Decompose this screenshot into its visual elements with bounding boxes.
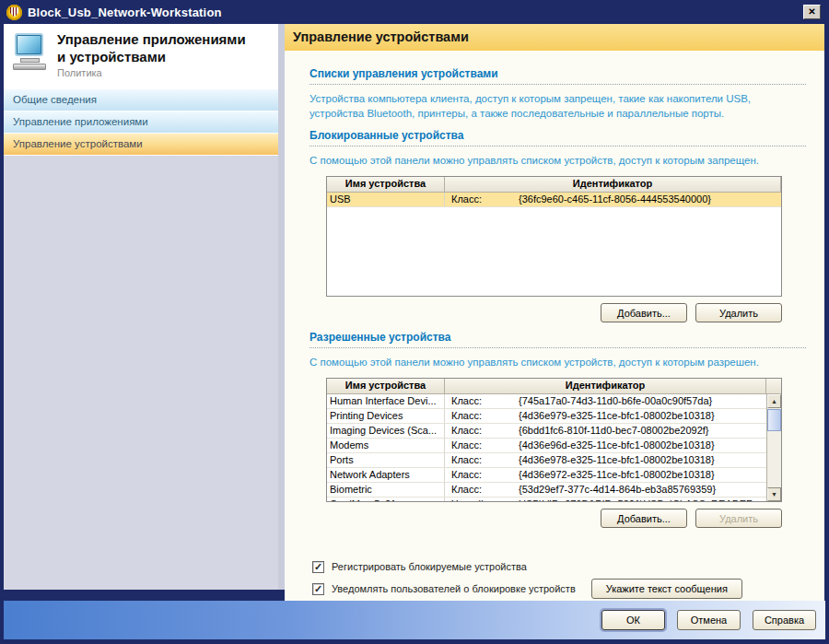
help-button[interactable]: Справка <box>753 610 816 630</box>
column-header-id[interactable]: Идентификатор <box>445 177 781 193</box>
table-body: Human Interface Devi... Класс: {745a17a0… <box>327 394 766 501</box>
dotted-divider <box>309 344 806 348</box>
sidebar: Управление приложениями и устройствами П… <box>4 24 278 590</box>
sidebar-nav-item-label: Управление приложениями <box>13 116 148 127</box>
sidebar-subtitle: Политика <box>57 67 246 78</box>
table-row[interactable]: USB Класс: {36fc9e60-c465-11cf-8056-4445… <box>327 193 781 207</box>
device-name-cell: Ports <box>327 453 445 467</box>
ok-button[interactable]: ОК <box>601 610 665 630</box>
sidebar-title: Управление приложениями и устройствами <box>57 30 246 65</box>
table-row[interactable]: Modems Класс: {4d36e96d-e325-11ce-bfc1-0… <box>327 439 766 453</box>
sidebar-nav-item[interactable]: Управление устройствами <box>4 134 278 156</box>
window-title: Block_Usb_Network-Workstation <box>28 6 222 19</box>
device-name-cell: USB <box>327 193 445 206</box>
id-type-cell: Класс: <box>445 424 519 438</box>
page-title: Управление устройствами <box>285 24 824 51</box>
column-header-name[interactable]: Имя устройства <box>327 177 445 193</box>
column-header-spacer <box>766 379 781 394</box>
log-blocked-checkbox[interactable]: ✓ <box>312 561 324 573</box>
titlebar[interactable]: Block_Usb_Network-Workstation ✕ <box>0 0 829 24</box>
device-name-cell: Network Adapters <box>327 468 445 482</box>
blocked-remove-button[interactable]: Удалить <box>695 303 782 322</box>
table-row[interactable]: Ports Класс: {4d36e978-e325-11ce-bfc1-08… <box>327 453 766 468</box>
notify-users-row: ✓ Уведомлять пользователей о блокировке … <box>312 578 806 600</box>
section-heading-allowed: Разрешенные устройства <box>309 331 806 344</box>
allowed-remove-button: Удалить <box>695 509 782 528</box>
column-header-id[interactable]: Идентификатор <box>445 379 766 394</box>
table-row[interactable]: Network Adapters Класс: {4d36e972-e325-1… <box>327 468 766 483</box>
blocked-devices-table: Имя устройства Идентификатор USB Класс: … <box>326 176 782 297</box>
section-description-device-lists: Устройства компьютера клиента, доступ к … <box>309 91 806 121</box>
device-name-cell: Modems <box>327 439 445 452</box>
id-value-cell: {4d36e96d-e325-11ce-bfc1-08002be10318} <box>519 439 766 452</box>
table-row[interactable]: CardMan 5x21 Устройство: USB\VID_076B&PI… <box>327 498 766 501</box>
section-description-blocked: С помощью этой панели можно управлять сп… <box>309 153 806 168</box>
id-value-cell: USB\VID_076B&PID_5321\USB_ICLASS_READER <box>519 498 766 501</box>
message-text-button[interactable]: Укажите текст сообщения <box>591 579 742 599</box>
scroll-down-icon[interactable]: ▼ <box>767 487 781 501</box>
sidebar-nav-item[interactable]: Общие сведения <box>4 89 278 111</box>
log-blocked-row: ✓ Регистрировать блокируемые устройства <box>312 556 806 578</box>
device-name-cell: Biometric <box>327 483 445 497</box>
section-description-allowed: С помощью этой панели можно управлять сп… <box>309 355 806 369</box>
scroll-up-icon[interactable]: ▲ <box>767 394 781 408</box>
table-row[interactable]: Human Interface Devi... Класс: {745a17a0… <box>327 394 766 409</box>
sidebar-nav-item[interactable]: Управление приложениями <box>4 111 278 134</box>
dotted-divider <box>309 142 806 146</box>
device-name-cell: Printing Devices <box>327 409 445 423</box>
id-value-cell: {745a17a0-74d3-11d0-b6fe-00a0c90f57da} <box>519 394 766 408</box>
log-blocked-label: Регистрировать блокируемые устройства <box>332 561 527 572</box>
id-type-cell: Класс: <box>445 439 519 452</box>
id-value-cell: {4d36e979-e325-11ce-bfc1-08002be10318} <box>519 409 766 423</box>
id-type-cell: Устройство: <box>445 498 519 501</box>
section-heading-device-lists: Списки управления устройствами <box>309 67 806 80</box>
device-name-cell: CardMan 5x21 <box>327 498 445 501</box>
id-type-cell: Класс: <box>445 453 519 467</box>
table-header: Имя устройства Идентификатор <box>327 177 781 193</box>
policy-properties-window: Block_Usb_Network-Workstation ✕ Управлен… <box>0 0 829 644</box>
footer-bar: ОК Отмена Справка <box>4 601 825 639</box>
id-value-cell: {4d36e978-e325-11ce-bfc1-08002be10318} <box>519 453 766 467</box>
allowed-devices-table: Имя устройства Идентификатор Human Inter… <box>326 378 782 502</box>
id-type-cell: Класс: <box>445 468 519 482</box>
id-type-cell: Класс: <box>445 193 519 206</box>
notify-users-label: Уведомлять пользователей о блокировке ус… <box>332 583 576 594</box>
table-row[interactable]: Printing Devices Класс: {4d36e979-e325-1… <box>327 409 766 424</box>
vertical-scrollbar[interactable]: ▲ ▼ <box>766 394 781 501</box>
device-name-cell: Human Interface Devi... <box>327 394 445 408</box>
device-name-cell: Imaging Devices (Sca... <box>327 424 445 438</box>
id-value-cell: {6bdd1fc6-810f-11d0-bec7-08002be2092f} <box>519 424 766 438</box>
sidebar-header: Управление приложениями и устройствами П… <box>4 24 278 89</box>
table-row[interactable]: Imaging Devices (Sca... Класс: {6bdd1fc6… <box>327 424 766 439</box>
blocked-add-button[interactable]: Добавить... <box>601 303 687 322</box>
scrollbar-thumb[interactable] <box>767 409 781 431</box>
dotted-divider <box>309 80 806 85</box>
id-type-cell: Класс: <box>445 483 519 497</box>
id-value-cell: {4d36e972-e325-11ce-bfc1-08002be10318} <box>519 468 766 482</box>
section-heading-blocked: Блокированные устройства <box>309 129 806 142</box>
panel-divider <box>278 24 285 590</box>
table-row[interactable]: Biometric Класс: {53d29ef7-377c-4d14-864… <box>327 483 766 498</box>
id-type-cell: Класс: <box>445 409 519 423</box>
notify-users-checkbox[interactable]: ✓ <box>312 583 324 595</box>
id-value-cell: {53d29ef7-377c-4d14-864b-eb3a85769359} <box>519 483 766 497</box>
kaspersky-shield-icon <box>6 5 22 20</box>
id-value-cell: {36fc9e60-c465-11cf-8056-444553540000} <box>519 193 781 206</box>
cancel-button[interactable]: Отмена <box>677 610 741 630</box>
sidebar-nav-item-label: Общие сведения <box>13 94 97 105</box>
computer-icon <box>12 33 49 70</box>
column-header-name[interactable]: Имя устройства <box>327 379 445 394</box>
id-type-cell: Класс: <box>445 394 519 408</box>
close-button[interactable]: ✕ <box>803 5 821 19</box>
main-panel: Управление устройствами Списки управлени… <box>285 24 824 601</box>
table-header: Имя устройства Идентификатор <box>327 379 781 394</box>
table-body: USB Класс: {36fc9e60-c465-11cf-8056-4445… <box>327 193 781 207</box>
sidebar-nav-item-label: Управление устройствами <box>13 138 143 149</box>
allowed-add-button[interactable]: Добавить... <box>601 509 687 528</box>
sidebar-nav: Общие сведения Управление приложениями У… <box>4 89 278 156</box>
